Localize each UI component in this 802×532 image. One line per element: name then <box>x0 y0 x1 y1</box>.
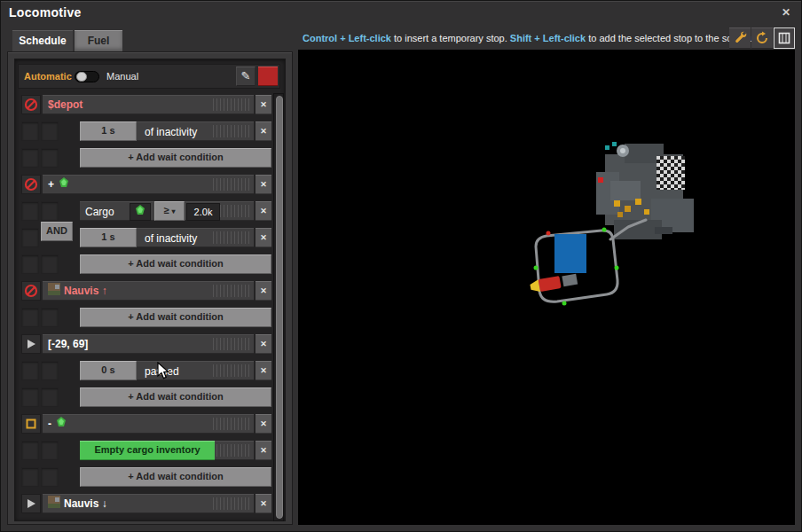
open-in-map-button[interactable] <box>774 27 795 49</box>
delete-condition-button[interactable]: ✕ <box>256 121 271 141</box>
add-wait-condition-button[interactable]: + Add wait condition <box>80 387 271 407</box>
switch-knob[interactable] <box>76 72 87 82</box>
drag-handle[interactable] <box>213 418 252 430</box>
drag-handle[interactable] <box>213 178 252 191</box>
empty-slot <box>41 201 59 221</box>
delete-station-button[interactable]: ✕ <box>256 414 271 434</box>
drag-handle[interactable] <box>213 125 252 137</box>
delete-condition-button[interactable]: ✕ <box>256 228 271 247</box>
mouse-cursor <box>157 362 171 381</box>
recenter-icon <box>755 31 769 45</box>
add-wait-condition-button[interactable]: + Add wait condition <box>80 467 271 487</box>
train-color-button[interactable] <box>258 66 278 86</box>
drag-handle[interactable] <box>213 497 252 510</box>
comparator-value: ≥ <box>163 205 169 215</box>
shift-click-hint: Shift + Left-click <box>510 33 586 43</box>
time-value-button[interactable]: 1 s <box>80 228 137 247</box>
control-click-hint: Control + Left-click <box>303 33 391 43</box>
station-name-bar[interactable]: $depot <box>43 95 254 114</box>
window-title: Locomotive <box>9 5 82 20</box>
map-building <box>554 234 586 273</box>
time-value-button[interactable]: 1 s <box>80 121 137 141</box>
drag-handle[interactable] <box>213 364 252 377</box>
scrollbar-handle[interactable] <box>276 96 283 519</box>
drag-handle[interactable] <box>213 444 252 457</box>
tab-schedule[interactable]: Schedule <box>12 30 73 51</box>
empty-slot <box>21 121 39 141</box>
factory-base <box>596 142 694 239</box>
delete-station-button[interactable]: ✕ <box>256 494 271 513</box>
add-wait-condition-button[interactable]: + Add wait condition <box>80 254 271 274</box>
drag-handle[interactable] <box>213 285 252 297</box>
uranium-ore-icon <box>58 176 70 192</box>
empty-slot <box>41 254 59 274</box>
station-state-button[interactable] <box>21 414 41 434</box>
time-value-button[interactable]: 0 s <box>80 361 137 380</box>
empty-slot <box>21 361 39 380</box>
station-name-bar[interactable]: Nauvis ↓ <box>43 494 254 513</box>
empty-cargo-condition-button[interactable]: Empty cargo inventory <box>80 441 215 460</box>
empty-slot <box>21 148 39 168</box>
station-state-button[interactable] <box>21 494 41 513</box>
play-icon <box>26 339 36 349</box>
station-name: Nauvis ↓ <box>64 495 107 512</box>
empty-slot <box>41 441 59 460</box>
comparator-dropdown[interactable]: ≥ ▾ <box>154 201 185 221</box>
rail-tool-button[interactable] <box>729 27 751 49</box>
empty-slot <box>41 308 59 327</box>
empty-slot <box>21 387 39 407</box>
tab-fuel[interactable]: Fuel <box>75 30 122 51</box>
empty-slot <box>41 361 59 380</box>
uranium-ore-icon <box>55 416 67 432</box>
stop-icon <box>26 419 36 429</box>
delete-condition-button[interactable]: ✕ <box>256 441 271 460</box>
automatic-label: Automatic <box>24 71 72 82</box>
no-entry-icon <box>24 177 38 192</box>
empty-slot <box>21 254 39 274</box>
delete-condition-button[interactable]: ✕ <box>256 361 271 380</box>
control-click-hint-text: to insert a temporary stop. <box>394 33 507 43</box>
rename-button[interactable]: ✎ <box>236 66 256 86</box>
station-state-button[interactable] <box>21 175 41 194</box>
nauvis-icon <box>48 283 60 299</box>
close-icon[interactable]: ✕ <box>777 4 795 21</box>
cargo-label: Cargo <box>85 202 114 222</box>
recenter-button[interactable] <box>751 27 773 49</box>
station-name: Nauvis ↑ <box>64 282 107 300</box>
wait-condition-row: Empty cargo inventory <box>80 441 254 460</box>
delete-condition-button[interactable]: ✕ <box>256 201 271 221</box>
titlebar[interactable] <box>0 0 802 25</box>
add-wait-condition-button[interactable]: + Add wait condition <box>80 148 271 168</box>
station-state-button[interactable] <box>21 281 41 301</box>
pencil-icon: ✎ <box>241 69 251 82</box>
cargo-amount-field[interactable]: 2.0k <box>186 203 220 221</box>
locomotive-window: Locomotive ✕ Schedule Fuel Automatic Man… <box>0 0 802 532</box>
delete-station-button[interactable]: ✕ <box>256 175 271 194</box>
uranium-ore-icon <box>134 204 146 220</box>
condition-text: of inactivity <box>145 229 197 248</box>
delete-station-button[interactable]: ✕ <box>256 95 271 114</box>
station-name-bar[interactable]: [-29, 69] <box>43 334 254 354</box>
add-wait-condition-button[interactable]: + Add wait condition <box>80 308 271 327</box>
station-name-bar[interactable]: + <box>43 175 254 194</box>
station-name: [-29, 69] <box>48 335 88 353</box>
drag-handle[interactable] <box>213 231 252 244</box>
delete-station-button[interactable]: ✕ <box>256 334 271 354</box>
cargo-condition-row: Cargo ≥ ▾ 2.0k <box>80 201 254 221</box>
map-view[interactable] <box>298 50 795 525</box>
drag-handle[interactable] <box>213 338 252 350</box>
station-name-bar[interactable]: Nauvis ↑ <box>43 281 254 301</box>
empty-slot <box>41 467 59 487</box>
station-name: - <box>48 415 51 433</box>
train-marker[interactable] <box>530 273 578 293</box>
delete-station-button[interactable]: ✕ <box>256 281 271 301</box>
empty-slot <box>21 228 39 247</box>
station-state-button[interactable] <box>21 334 41 354</box>
station-name-bar[interactable]: - <box>43 414 254 434</box>
cargo-item-slot[interactable] <box>130 203 151 221</box>
and-or-toggle-button[interactable]: AND <box>41 222 73 241</box>
mode-switch[interactable] <box>75 71 99 82</box>
station-state-button[interactable] <box>21 95 41 114</box>
scrollbar-track[interactable] <box>273 93 284 521</box>
drag-handle[interactable] <box>213 98 252 111</box>
